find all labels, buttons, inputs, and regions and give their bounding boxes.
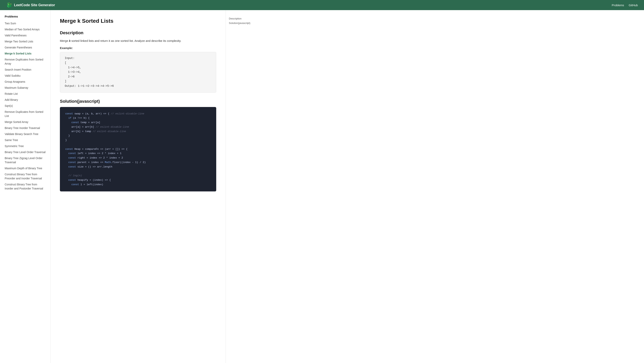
sidebar-item-11[interactable]: Rotate List [0, 91, 50, 97]
sidebar-item-19[interactable]: Symmetric Tree [0, 143, 50, 149]
sidebar-item-12[interactable]: Add Binary [0, 97, 50, 103]
description-title: Description [60, 30, 216, 36]
example-code-block: Input: [ 1->4->5, 1->3->4, 2->6 ] Output… [60, 52, 216, 93]
italic-k: k [69, 39, 70, 43]
toc-item-1[interactable]: Solution(javascript) [229, 21, 261, 25]
brand-name: LeetCode Site Generator [14, 3, 55, 7]
sidebar-item-2[interactable]: Valid Parentheses [0, 33, 50, 39]
sidebar-item-21[interactable]: Binary Tree Zigzag Level Order Traversal [0, 155, 50, 165]
sidebar-items-container: Two SumMedian of Two Sorted ArraysValid … [0, 21, 50, 192]
brand-icon: 🐉 [6, 2, 12, 8]
sidebar-item-8[interactable]: Valid Sudoku [0, 73, 50, 79]
solution-code-block: const swap = (a, b, arr) => { // eslint-… [60, 107, 216, 192]
sidebar-item-1[interactable]: Median of Two Sorted Arrays [0, 27, 50, 33]
sidebar-item-4[interactable]: Generate Parentheses [0, 45, 50, 51]
description-section: Description Merge k sorted linked lists … [60, 30, 216, 93]
description-text: Merge k sorted linked lists and return i… [60, 39, 216, 43]
page-title: Merge k Sorted Lists [60, 18, 216, 24]
main-content: Merge k Sorted Lists Description Merge k… [50, 10, 226, 363]
toc-items-container: DescriptionSolution(javascript) [229, 16, 261, 25]
nav-github[interactable]: GitHub [629, 4, 638, 7]
sidebar-item-0[interactable]: Two Sum [0, 21, 50, 27]
brand: 🐉 LeetCode Site Generator [6, 2, 55, 8]
sidebar-item-23[interactable]: Construct Binary Tree from Preorder and … [0, 171, 50, 182]
sidebar-item-16[interactable]: Binary Tree Inorder Traversal [0, 125, 50, 131]
solution-title: Solution(javascript) [60, 99, 216, 104]
sidebar-item-15[interactable]: Merge Sorted Array [0, 119, 50, 125]
sidebar-item-6[interactable]: Remove Duplicates from Sorted Array [0, 57, 50, 67]
sidebar-item-3[interactable]: Merge Two Sorted Lists [0, 39, 50, 45]
example-label: Example: [60, 46, 216, 50]
sidebar-title: Problems [0, 15, 50, 21]
sidebar-item-20[interactable]: Binary Tree Level Order Traversal [0, 149, 50, 155]
sidebar-item-7[interactable]: Search Insert Position [0, 67, 50, 73]
header-nav: Problems GitHub [612, 4, 638, 7]
table-of-contents: DescriptionSolution(javascript) [226, 10, 264, 363]
sidebar-item-10[interactable]: Maximum Subarray [0, 85, 50, 91]
sidebar-item-22[interactable]: Maximum Depth of Binary Tree [0, 165, 50, 171]
page-layout: Problems Two SumMedian of Two Sorted Arr… [0, 10, 644, 363]
solution-section: Solution(javascript) const swap = (a, b,… [60, 99, 216, 192]
sidebar-item-14[interactable]: Remove Duplicates from Sorted List [0, 109, 50, 119]
sidebar-item-24[interactable]: Construct Binary Tree from Inorder and P… [0, 182, 50, 192]
nav-problems[interactable]: Problems [612, 4, 624, 7]
sidebar-item-13[interactable]: Sqrt(x) [0, 103, 50, 109]
sidebar-item-9[interactable]: Group Anagrams [0, 79, 50, 85]
toc-item-0[interactable]: Description [229, 16, 261, 21]
sidebar-item-5[interactable]: Merge k Sorted Lists [0, 51, 50, 57]
sidebar: Problems Two SumMedian of Two Sorted Arr… [0, 10, 50, 363]
site-header: 🐉 LeetCode Site Generator Problems GitHu… [0, 0, 644, 10]
sidebar-item-18[interactable]: Same Tree [0, 137, 50, 143]
sidebar-item-17[interactable]: Validate Binary Search Tree [0, 131, 50, 137]
